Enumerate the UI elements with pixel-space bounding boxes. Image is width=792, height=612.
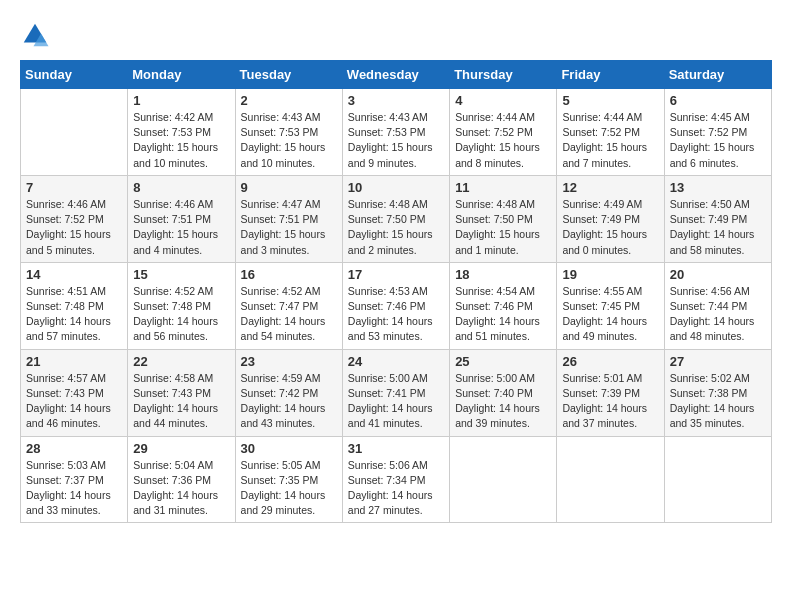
day-cell: 24Sunrise: 5:00 AMSunset: 7:41 PMDayligh… — [342, 349, 449, 436]
day-number: 30 — [241, 441, 337, 456]
header-sunday: Sunday — [21, 61, 128, 89]
header-thursday: Thursday — [450, 61, 557, 89]
day-info: Sunrise: 4:59 AMSunset: 7:42 PMDaylight:… — [241, 371, 337, 432]
logo — [20, 20, 54, 50]
day-info: Sunrise: 4:52 AMSunset: 7:47 PMDaylight:… — [241, 284, 337, 345]
day-info: Sunrise: 4:44 AMSunset: 7:52 PMDaylight:… — [455, 110, 551, 171]
day-cell: 29Sunrise: 5:04 AMSunset: 7:36 PMDayligh… — [128, 436, 235, 523]
day-cell: 17Sunrise: 4:53 AMSunset: 7:46 PMDayligh… — [342, 262, 449, 349]
day-cell: 13Sunrise: 4:50 AMSunset: 7:49 PMDayligh… — [664, 175, 771, 262]
day-number: 23 — [241, 354, 337, 369]
day-info: Sunrise: 4:56 AMSunset: 7:44 PMDaylight:… — [670, 284, 766, 345]
day-info: Sunrise: 4:47 AMSunset: 7:51 PMDaylight:… — [241, 197, 337, 258]
day-cell: 5Sunrise: 4:44 AMSunset: 7:52 PMDaylight… — [557, 89, 664, 176]
day-info: Sunrise: 5:02 AMSunset: 7:38 PMDaylight:… — [670, 371, 766, 432]
day-number: 16 — [241, 267, 337, 282]
day-cell: 15Sunrise: 4:52 AMSunset: 7:48 PMDayligh… — [128, 262, 235, 349]
day-info: Sunrise: 4:48 AMSunset: 7:50 PMDaylight:… — [455, 197, 551, 258]
day-info: Sunrise: 4:43 AMSunset: 7:53 PMDaylight:… — [348, 110, 444, 171]
day-number: 3 — [348, 93, 444, 108]
day-cell: 19Sunrise: 4:55 AMSunset: 7:45 PMDayligh… — [557, 262, 664, 349]
day-number: 5 — [562, 93, 658, 108]
day-cell — [664, 436, 771, 523]
day-info: Sunrise: 4:45 AMSunset: 7:52 PMDaylight:… — [670, 110, 766, 171]
day-number: 17 — [348, 267, 444, 282]
day-number: 18 — [455, 267, 551, 282]
calendar-table: SundayMondayTuesdayWednesdayThursdayFrid… — [20, 60, 772, 523]
day-info: Sunrise: 4:51 AMSunset: 7:48 PMDaylight:… — [26, 284, 122, 345]
day-info: Sunrise: 5:04 AMSunset: 7:36 PMDaylight:… — [133, 458, 229, 519]
calendar-header-row: SundayMondayTuesdayWednesdayThursdayFrid… — [21, 61, 772, 89]
logo-icon — [20, 20, 50, 50]
header-tuesday: Tuesday — [235, 61, 342, 89]
day-info: Sunrise: 5:05 AMSunset: 7:35 PMDaylight:… — [241, 458, 337, 519]
day-number: 1 — [133, 93, 229, 108]
day-number: 22 — [133, 354, 229, 369]
day-cell: 28Sunrise: 5:03 AMSunset: 7:37 PMDayligh… — [21, 436, 128, 523]
day-cell: 21Sunrise: 4:57 AMSunset: 7:43 PMDayligh… — [21, 349, 128, 436]
day-info: Sunrise: 4:50 AMSunset: 7:49 PMDaylight:… — [670, 197, 766, 258]
day-info: Sunrise: 5:00 AMSunset: 7:41 PMDaylight:… — [348, 371, 444, 432]
day-cell: 26Sunrise: 5:01 AMSunset: 7:39 PMDayligh… — [557, 349, 664, 436]
week-row-5: 28Sunrise: 5:03 AMSunset: 7:37 PMDayligh… — [21, 436, 772, 523]
day-number: 7 — [26, 180, 122, 195]
week-row-3: 14Sunrise: 4:51 AMSunset: 7:48 PMDayligh… — [21, 262, 772, 349]
day-info: Sunrise: 5:01 AMSunset: 7:39 PMDaylight:… — [562, 371, 658, 432]
day-number: 20 — [670, 267, 766, 282]
day-info: Sunrise: 4:52 AMSunset: 7:48 PMDaylight:… — [133, 284, 229, 345]
day-number: 29 — [133, 441, 229, 456]
day-number: 25 — [455, 354, 551, 369]
day-number: 11 — [455, 180, 551, 195]
day-info: Sunrise: 5:00 AMSunset: 7:40 PMDaylight:… — [455, 371, 551, 432]
day-cell — [557, 436, 664, 523]
day-info: Sunrise: 4:42 AMSunset: 7:53 PMDaylight:… — [133, 110, 229, 171]
day-cell: 8Sunrise: 4:46 AMSunset: 7:51 PMDaylight… — [128, 175, 235, 262]
day-number: 27 — [670, 354, 766, 369]
day-number: 2 — [241, 93, 337, 108]
day-cell: 1Sunrise: 4:42 AMSunset: 7:53 PMDaylight… — [128, 89, 235, 176]
day-info: Sunrise: 4:53 AMSunset: 7:46 PMDaylight:… — [348, 284, 444, 345]
day-number: 6 — [670, 93, 766, 108]
day-info: Sunrise: 5:03 AMSunset: 7:37 PMDaylight:… — [26, 458, 122, 519]
day-number: 15 — [133, 267, 229, 282]
week-row-4: 21Sunrise: 4:57 AMSunset: 7:43 PMDayligh… — [21, 349, 772, 436]
day-number: 26 — [562, 354, 658, 369]
day-info: Sunrise: 4:49 AMSunset: 7:49 PMDaylight:… — [562, 197, 658, 258]
day-cell: 16Sunrise: 4:52 AMSunset: 7:47 PMDayligh… — [235, 262, 342, 349]
day-cell: 30Sunrise: 5:05 AMSunset: 7:35 PMDayligh… — [235, 436, 342, 523]
page-header — [20, 20, 772, 50]
day-number: 12 — [562, 180, 658, 195]
day-number: 8 — [133, 180, 229, 195]
day-number: 10 — [348, 180, 444, 195]
day-number: 13 — [670, 180, 766, 195]
day-cell — [21, 89, 128, 176]
day-cell: 2Sunrise: 4:43 AMSunset: 7:53 PMDaylight… — [235, 89, 342, 176]
day-cell — [450, 436, 557, 523]
day-info: Sunrise: 4:46 AMSunset: 7:51 PMDaylight:… — [133, 197, 229, 258]
week-row-1: 1Sunrise: 4:42 AMSunset: 7:53 PMDaylight… — [21, 89, 772, 176]
day-info: Sunrise: 4:54 AMSunset: 7:46 PMDaylight:… — [455, 284, 551, 345]
header-wednesday: Wednesday — [342, 61, 449, 89]
day-info: Sunrise: 4:46 AMSunset: 7:52 PMDaylight:… — [26, 197, 122, 258]
day-cell: 25Sunrise: 5:00 AMSunset: 7:40 PMDayligh… — [450, 349, 557, 436]
day-cell: 14Sunrise: 4:51 AMSunset: 7:48 PMDayligh… — [21, 262, 128, 349]
day-info: Sunrise: 4:44 AMSunset: 7:52 PMDaylight:… — [562, 110, 658, 171]
week-row-2: 7Sunrise: 4:46 AMSunset: 7:52 PMDaylight… — [21, 175, 772, 262]
day-cell: 11Sunrise: 4:48 AMSunset: 7:50 PMDayligh… — [450, 175, 557, 262]
day-cell: 18Sunrise: 4:54 AMSunset: 7:46 PMDayligh… — [450, 262, 557, 349]
header-monday: Monday — [128, 61, 235, 89]
day-number: 24 — [348, 354, 444, 369]
day-cell: 3Sunrise: 4:43 AMSunset: 7:53 PMDaylight… — [342, 89, 449, 176]
day-cell: 4Sunrise: 4:44 AMSunset: 7:52 PMDaylight… — [450, 89, 557, 176]
day-cell: 12Sunrise: 4:49 AMSunset: 7:49 PMDayligh… — [557, 175, 664, 262]
day-cell: 9Sunrise: 4:47 AMSunset: 7:51 PMDaylight… — [235, 175, 342, 262]
day-number: 31 — [348, 441, 444, 456]
day-number: 28 — [26, 441, 122, 456]
day-info: Sunrise: 4:58 AMSunset: 7:43 PMDaylight:… — [133, 371, 229, 432]
header-saturday: Saturday — [664, 61, 771, 89]
day-cell: 31Sunrise: 5:06 AMSunset: 7:34 PMDayligh… — [342, 436, 449, 523]
day-cell: 7Sunrise: 4:46 AMSunset: 7:52 PMDaylight… — [21, 175, 128, 262]
day-info: Sunrise: 5:06 AMSunset: 7:34 PMDaylight:… — [348, 458, 444, 519]
day-cell: 20Sunrise: 4:56 AMSunset: 7:44 PMDayligh… — [664, 262, 771, 349]
day-info: Sunrise: 4:48 AMSunset: 7:50 PMDaylight:… — [348, 197, 444, 258]
